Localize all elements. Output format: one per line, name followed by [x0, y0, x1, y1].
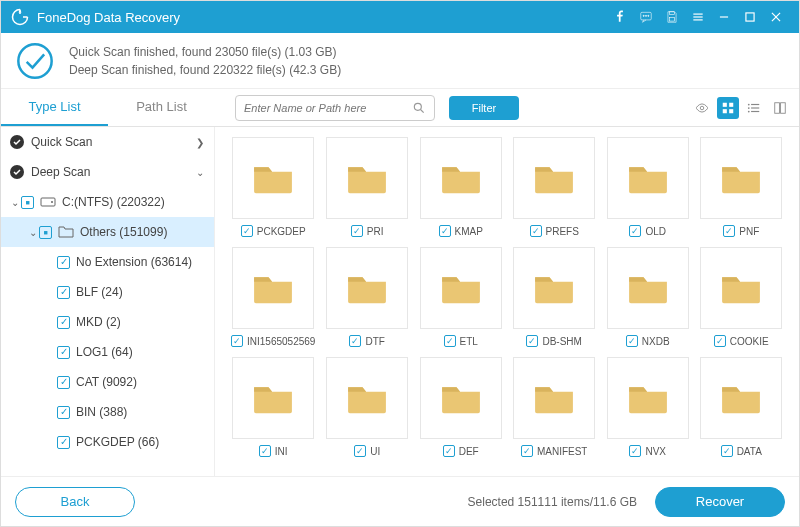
- svg-point-33: [51, 201, 53, 203]
- dot-icon: [9, 164, 25, 180]
- feedback-icon[interactable]: [633, 1, 659, 33]
- node-label: C:(NTFS) (220322): [62, 195, 165, 209]
- node-others[interactable]: ⌄ Others (151099): [1, 217, 214, 247]
- chevron-right-icon: ❯: [194, 137, 206, 148]
- checkbox[interactable]: [57, 256, 70, 269]
- grid-item[interactable]: INI1565052569: [231, 247, 315, 347]
- checkbox[interactable]: [530, 225, 542, 237]
- checkbox[interactable]: [354, 445, 366, 457]
- maximize-button[interactable]: [737, 1, 763, 33]
- node-label: BIN (388): [76, 405, 127, 419]
- dot-icon: [9, 134, 25, 150]
- svg-point-14: [18, 44, 51, 77]
- grid-item[interactable]: COOKIE: [699, 247, 783, 347]
- item-name: COOKIE: [730, 336, 769, 347]
- app-logo-icon: [11, 8, 29, 26]
- grid-item[interactable]: PNF: [699, 137, 783, 237]
- checkbox[interactable]: [241, 225, 253, 237]
- view-detail-icon[interactable]: [769, 97, 791, 119]
- checkbox[interactable]: [57, 406, 70, 419]
- checkbox[interactable]: [723, 225, 735, 237]
- tree-child[interactable]: BLF (24): [1, 277, 214, 307]
- grid-item[interactable]: OLD: [606, 137, 690, 237]
- save-icon[interactable]: [659, 1, 685, 33]
- search-box[interactable]: [235, 95, 435, 121]
- checkbox[interactable]: [57, 376, 70, 389]
- checkbox[interactable]: [39, 226, 52, 239]
- thumbnail: [700, 247, 782, 329]
- tree-child[interactable]: No Extension (63614): [1, 247, 214, 277]
- node-quick-scan[interactable]: Quick Scan ❯: [1, 127, 214, 157]
- tree-child[interactable]: PCKGDEP (66): [1, 427, 214, 457]
- minimize-button[interactable]: [711, 1, 737, 33]
- svg-rect-11: [746, 13, 754, 21]
- grid-item[interactable]: DB-SHM: [512, 247, 596, 347]
- checkbox[interactable]: [721, 445, 733, 457]
- grid-item[interactable]: UI: [325, 357, 409, 457]
- checkbox[interactable]: [57, 316, 70, 329]
- checkbox[interactable]: [351, 225, 363, 237]
- grid-item[interactable]: NVX: [606, 357, 690, 457]
- recover-button[interactable]: Recover: [655, 487, 785, 517]
- checkbox[interactable]: [629, 225, 641, 237]
- view-list-icon[interactable]: [743, 97, 765, 119]
- checkbox[interactable]: [439, 225, 451, 237]
- checkbox[interactable]: [57, 346, 70, 359]
- checkbox[interactable]: [231, 335, 243, 347]
- node-label: Others (151099): [80, 225, 167, 239]
- tree-child[interactable]: CAT (9092): [1, 367, 214, 397]
- preview-icon[interactable]: [691, 97, 713, 119]
- svg-rect-19: [729, 102, 733, 106]
- grid-item[interactable]: INI: [231, 357, 315, 457]
- checkbox[interactable]: [444, 335, 456, 347]
- tree-child[interactable]: LOG1 (64): [1, 337, 214, 367]
- item-name: MANIFEST: [537, 446, 588, 457]
- node-deep-scan[interactable]: Deep Scan ⌄: [1, 157, 214, 187]
- grid-item[interactable]: DEF: [419, 357, 503, 457]
- grid-item[interactable]: NXDB: [606, 247, 690, 347]
- status-quick-scan: Quick Scan finished, found 23050 file(s)…: [69, 43, 341, 61]
- checkbox[interactable]: [349, 335, 361, 347]
- grid-item[interactable]: DATA: [699, 357, 783, 457]
- titlebar: FoneDog Data Recovery: [1, 1, 799, 33]
- app-title: FoneDog Data Recovery: [37, 10, 180, 25]
- grid-item[interactable]: PRI: [325, 137, 409, 237]
- svg-point-2: [643, 15, 644, 16]
- chevron-down-icon: ⌄: [9, 197, 21, 208]
- node-drive[interactable]: ⌄ C:(NTFS) (220322): [1, 187, 214, 217]
- item-name: PRI: [367, 226, 384, 237]
- tab-type-list[interactable]: Type List: [1, 89, 108, 126]
- checkbox[interactable]: [629, 445, 641, 457]
- menu-icon[interactable]: [685, 1, 711, 33]
- grid-item[interactable]: DTF: [325, 247, 409, 347]
- close-button[interactable]: [763, 1, 789, 33]
- grid-item[interactable]: PCKGDEP: [231, 137, 315, 237]
- item-name: DTF: [365, 336, 384, 347]
- checkbox[interactable]: [626, 335, 638, 347]
- checkbox[interactable]: [443, 445, 455, 457]
- back-button[interactable]: Back: [15, 487, 135, 517]
- toolbar: Type List Path List Filter: [1, 89, 799, 127]
- checkbox[interactable]: [714, 335, 726, 347]
- tree-child[interactable]: MKD (2): [1, 307, 214, 337]
- facebook-icon[interactable]: [607, 1, 633, 33]
- footer: Back Selected 151111 items/11.6 GB Recov…: [1, 476, 799, 526]
- svg-point-17: [700, 106, 704, 110]
- tree-child[interactable]: BIN (388): [1, 397, 214, 427]
- view-grid-icon[interactable]: [717, 97, 739, 119]
- item-name: DEF: [459, 446, 479, 457]
- grid-item[interactable]: ETL: [419, 247, 503, 347]
- checkbox[interactable]: [526, 335, 538, 347]
- checkbox[interactable]: [259, 445, 271, 457]
- folder-icon: [58, 224, 74, 240]
- grid-item[interactable]: MANIFEST: [512, 357, 596, 457]
- grid-item[interactable]: PREFS: [512, 137, 596, 237]
- filter-button[interactable]: Filter: [449, 96, 519, 120]
- checkbox[interactable]: [21, 196, 34, 209]
- grid-item[interactable]: KMAP: [419, 137, 503, 237]
- checkbox[interactable]: [57, 436, 70, 449]
- search-input[interactable]: [244, 102, 412, 114]
- tab-path-list[interactable]: Path List: [108, 89, 215, 126]
- checkbox[interactable]: [521, 445, 533, 457]
- checkbox[interactable]: [57, 286, 70, 299]
